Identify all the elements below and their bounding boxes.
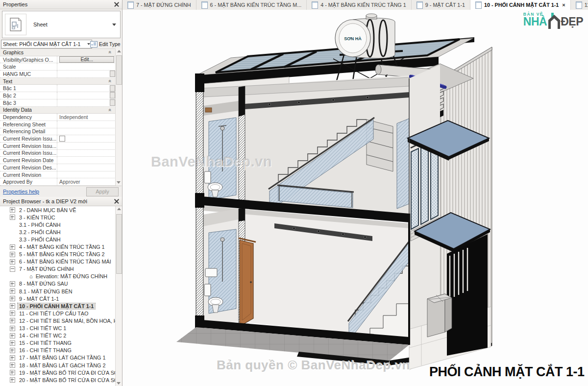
browser-item-label[interactable]: 3.1 - PHỐI CẢNH [18,222,62,228]
property-row[interactable]: Referencing Detail [0,128,116,136]
view-tab[interactable]: 9 - MẶT CẮT 1-1 [412,0,470,10]
scroll-down-icon[interactable] [117,181,121,184]
collapse-chevron-icon[interactable]: « [108,51,113,54]
tree-expand-icon[interactable] [10,207,15,213]
browser-item-label[interactable]: 4 - MẶT BẰNG KIẾN TRÚC TẦNG 1 [18,244,106,250]
property-row[interactable]: Scale [0,63,116,71]
browser-item-label[interactable]: 19 - MẶT BẰNG BỐ TRÍ CỬA ĐI CỬA SỔ TẦ [18,370,116,376]
property-row[interactable]: Referencing Sheet [0,121,116,128]
browser-item-label[interactable]: 5 - MẶT BẰNG KIẾN TRÚC TẦNG 2 [18,251,106,257]
tree-expand-icon[interactable] [10,326,15,331]
browser-item[interactable]: 16 - CHI TIẾT THANG [0,347,116,354]
property-row[interactable]: Visibility/Graphics O... Edit... [0,56,116,64]
tree-expand-icon[interactable] [10,259,15,265]
property-row[interactable]: Identity Data « [0,107,116,114]
browser-item[interactable]: 17 - MẶT BẰNG LÁT GẠCH TẦNG 1 [0,354,116,362]
tree-expand-icon[interactable] [10,377,15,383]
property-row[interactable]: Dependency Independent [0,114,116,121]
scroll-up-icon[interactable] [117,208,121,210]
property-row[interactable]: HẠNG MỤC [0,71,116,78]
browser-item[interactable]: 3.2 - PHỐI CẢNH [0,228,116,236]
property-row[interactable]: Approved By Approver [0,178,116,186]
ellipsis-button[interactable] [110,92,115,98]
browser-item[interactable]: 20 - MẶT BẰNG BỐ TRÍ CỬA ĐI CỬA SỔ TẦ [0,376,116,384]
browser-item[interactable]: 18 - MẶT BẰNG LÁT GẠCH TẦNG 2 [0,362,116,369]
ellipsis-button[interactable] [110,71,115,77]
browser-item[interactable]: 2 - DANH MỤC BẢN VẼ [0,206,116,214]
view-tab[interactable]: 10 - PHỐI CẢNH MẶT CẮT 1-1 × [470,0,571,10]
view-tab[interactable]: 6 - MẶT BẰNG KIẾN TRÚC TẦNG M... [196,0,307,10]
scrollbar-thumb[interactable] [116,214,122,274]
revision-checkbox[interactable] [59,136,65,142]
browser-item-label[interactable]: 2 - DANH MỤC BẢN VẼ [18,207,77,213]
scroll-down-icon[interactable] [117,382,121,385]
property-row[interactable]: Current Revision Issu... [0,143,116,150]
tree-expand-icon[interactable] [10,355,15,361]
tree-expand-icon[interactable] [10,340,15,346]
scroll-up-icon[interactable] [117,50,121,52]
browser-item-label[interactable]: Elevation: MẶT ĐỨNG CHÍNH [34,273,109,279]
browser-item-label[interactable]: 12 - CHI TIẾT BE SÀN MÁI, BỒN HOA, HỘP [18,318,116,324]
tree-expand-icon[interactable] [10,311,15,316]
browser-item-label[interactable]: 17 - MẶT BẰNG LÁT GẠCH TẦNG 1 [18,355,107,361]
apply-button[interactable]: Apply [86,187,119,196]
property-row[interactable]: Current Revision Issu... [0,150,116,157]
tree-expand-icon[interactable] [10,281,15,287]
browser-item-label[interactable]: 3.3 - PHỐI CẢNH [18,237,62,242]
property-row[interactable]: Bậc 3 [0,99,116,107]
browser-item[interactable]: 13 - CHI TIẾT WC 1 [0,325,116,332]
property-row[interactable]: Current Revision Date [0,157,116,164]
tree-expand-icon[interactable] [10,370,15,375]
browser-item-label[interactable]: 18 - MẶT BẰNG LÁT GẠCH TẦNG 2 [18,362,107,368]
browser-item-label[interactable]: 20 - MẶT BẰNG BỐ TRÍ CỬA ĐI CỬA SỔ TẦ [18,377,116,383]
edit-button[interactable]: Edit... [59,56,114,63]
browser-item-label[interactable]: 8.1 - MẶT ĐỨNG BÊN [18,289,74,294]
browser-item[interactable]: 7 - MẶT ĐỨNG CHÍNH [0,265,116,273]
browser-item-label[interactable]: 10 - PHỐI CẢNH MẶT CẮT 1-1 [18,303,95,309]
browser-item-label[interactable]: 3 - KIẾN TRÚC [18,215,57,220]
tree-expand-icon[interactable] [10,303,15,309]
close-icon[interactable] [114,199,119,204]
tree-expand-icon[interactable] [10,266,15,272]
browser-item[interactable]: 10 - PHỐI CẢNH MẶT CẮT 1-1 [0,302,116,310]
property-row[interactable]: Text « [0,78,116,85]
property-row[interactable]: Bậc 2 [0,92,116,99]
browser-item[interactable]: 19 - MẶT BẰNG BỐ TRÍ CỬA ĐI CỬA SỔ TẦ [0,369,116,376]
browser-item[interactable]: 5 - MẶT BẰNG KIẾN TRÚC TẦNG 2 [0,251,116,258]
tree-expand-icon[interactable] [10,215,15,220]
view-tab[interactable]: 11 - CHI TIẾT [571,0,588,10]
tree-expand-icon[interactable] [10,318,15,323]
property-row[interactable]: Graphics « [0,49,116,56]
properties-help-link[interactable]: Properties help [3,189,39,194]
property-row[interactable]: Bậc 1 [0,85,116,92]
browser-item-label[interactable]: 8 - MẶT ĐỨNG SAU [18,281,70,287]
browser-item[interactable]: 4 - MẶT BẰNG KIẾN TRÚC TẦNG 1 [0,243,116,250]
close-icon[interactable] [114,2,119,7]
browser-item[interactable]: 6 - MẶT BẰNG KIẾN TRÚC TẦNG MÁI [0,258,116,265]
ellipsis-button[interactable] [110,85,115,92]
tree-expand-icon[interactable] [10,333,15,338]
browser-item-label[interactable]: 15 - CHI TIẾT THANG [18,340,73,346]
browser-item-label[interactable]: 14 - CHI TIẾT WC 2 [18,333,68,338]
browser-item[interactable]: 8 - MẶT ĐỨNG SAU [0,280,116,288]
collapse-chevron-icon[interactable]: « [108,80,113,83]
tree-expand-icon[interactable] [10,296,15,301]
tab-close-icon[interactable]: × [562,2,565,8]
sheet-combobox[interactable]: Sheet: PHỐI CẢNH MẶT CẮT 1-1 [1,40,92,48]
tree-expand-icon[interactable] [10,289,15,294]
browser-item-label[interactable]: 16 - CHI TIẾT THANG [18,347,73,353]
tree-expand-icon[interactable] [10,348,15,353]
browser-item[interactable]: 8.1 - MẶT ĐỨNG BÊN [0,288,116,295]
tree-expand-icon[interactable] [10,244,15,250]
properties-scrollbar[interactable] [115,48,122,185]
collapse-chevron-icon[interactable]: « [108,109,113,112]
browser-item-label[interactable]: 6 - MẶT BẰNG KIẾN TRÚC TẦNG MÁI [18,259,113,265]
scrollbar-thumb[interactable] [116,55,122,85]
tree-expand-icon[interactable] [10,252,15,257]
browser-item[interactable]: 3.3 - PHỐI CẢNH [0,236,116,243]
browser-item[interactable]: 12 - CHI TIẾT BE SÀN MÁI, BỒN HOA, HỘP [0,317,116,324]
chevron-down-icon[interactable] [112,24,116,26]
view-tab[interactable]: 7 - MẶT ĐỨNG CHÍNH [122,0,196,10]
type-selector[interactable]: Sheet [2,11,121,38]
view-tab[interactable]: 4 - MẶT BẰNG KIẾN TRÚC TẦNG 1 [307,0,412,10]
